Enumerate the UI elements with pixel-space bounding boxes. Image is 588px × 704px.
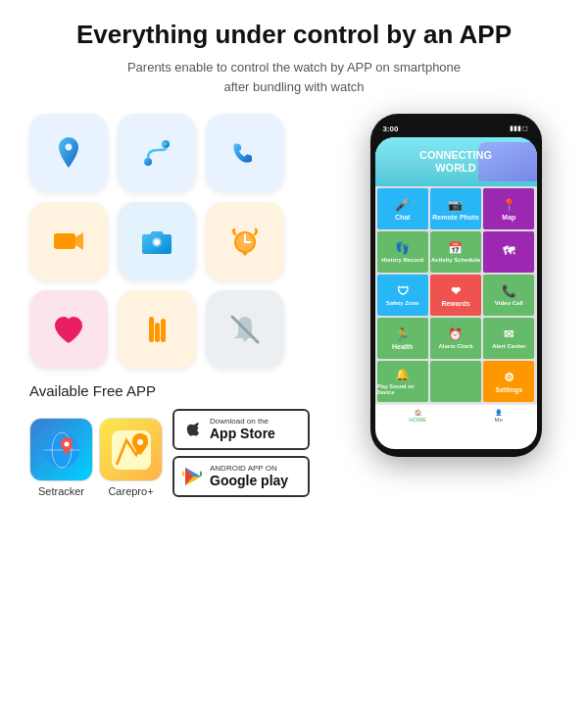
appstore-text: Download on the App Store bbox=[210, 418, 275, 441]
svg-rect-23 bbox=[200, 472, 202, 477]
filter-icon bbox=[136, 309, 177, 350]
app-cell-video-call[interactable]: 📞 Video Call bbox=[483, 275, 534, 316]
carepro-logo-item: Carepro+ bbox=[99, 418, 163, 497]
phone-status: ▮▮▮ ◻ bbox=[510, 125, 529, 132]
svg-point-21 bbox=[137, 439, 143, 445]
playsound-icon: 🔔 bbox=[395, 368, 410, 381]
svg-rect-10 bbox=[149, 317, 154, 342]
app-cell-map2[interactable]: 🗺 bbox=[483, 231, 534, 273]
googleplay-text: ANDROID APP ON Google play bbox=[210, 465, 288, 488]
video-call-label: Video Call bbox=[495, 300, 523, 306]
phone-frame: 3:00 ▮▮▮ ◻ CONNECTINGWORLD 🎤 Chat bbox=[370, 114, 542, 457]
location-icon-cell bbox=[29, 114, 108, 192]
svg-rect-22 bbox=[182, 472, 184, 477]
filter-icon-cell bbox=[118, 290, 196, 369]
app-cell-alarm[interactable]: ⏰ Alarm Clock bbox=[430, 318, 481, 359]
map2-icon: 🗺 bbox=[503, 244, 514, 258]
left-section: Available Free APP bbox=[29, 114, 343, 497]
video-call-icon: 📞 bbox=[502, 284, 516, 298]
phone-screen: CONNECTINGWORLD 🎤 Chat 📷 Remote Photo bbox=[375, 137, 537, 449]
app-cell-safety[interactable]: 🛡 Safety Zone bbox=[377, 275, 428, 316]
nav-me-icon: 👤 bbox=[495, 409, 502, 416]
store-buttons: Download on the App Store bbox=[172, 409, 310, 497]
app-cell-settings[interactable]: ⚙ Settings bbox=[483, 361, 534, 402]
phone-time: 3:00 bbox=[383, 125, 399, 133]
app-cell-map[interactable]: 📍 Map bbox=[483, 188, 534, 229]
activity-icon: 📅 bbox=[448, 241, 463, 255]
googleplay-button[interactable]: ANDROID APP ON Google play bbox=[172, 456, 310, 497]
app-cell-health[interactable]: 🏃 Health bbox=[377, 318, 428, 359]
app-cell-remote-photo[interactable]: 📷 Remote Photo bbox=[430, 188, 481, 229]
svg-point-0 bbox=[144, 158, 152, 166]
page-subtitle: Parents enable to control the watch by A… bbox=[127, 58, 461, 96]
googleplay-label-big: Google play bbox=[210, 474, 288, 488]
main-container: Everything under control by an APP Paren… bbox=[0, 0, 588, 704]
chat-cell-label: Chat bbox=[395, 214, 411, 221]
heart-icon bbox=[48, 309, 89, 350]
no-bell-icon-cell bbox=[206, 290, 284, 369]
nav-me[interactable]: 👤 Me bbox=[494, 409, 502, 423]
appstore-label-big: App Store bbox=[210, 427, 275, 441]
camera-icon bbox=[136, 221, 177, 262]
feature-icon-grid bbox=[29, 114, 343, 369]
content-row: Available Free APP bbox=[29, 114, 559, 497]
app-header: CONNECTINGWORLD bbox=[375, 137, 537, 186]
setracker-globe-icon bbox=[37, 426, 86, 475]
activity-label: Activity Schedule bbox=[431, 257, 480, 263]
appstore-button[interactable]: Download on the App Store bbox=[172, 409, 310, 450]
video-icon bbox=[48, 221, 89, 262]
health-icon: 🏃 bbox=[395, 327, 410, 341]
app-cell-playsound[interactable]: 🔔 Play Sound on Device bbox=[377, 361, 428, 402]
available-label: Available Free APP bbox=[29, 382, 343, 399]
carepro-logo-box[interactable] bbox=[99, 418, 163, 481]
alarm-cell-icon: ⏰ bbox=[448, 327, 463, 341]
app-cell-alert[interactable]: ✉ Alert Center bbox=[483, 318, 534, 359]
app-row: Setracker bbox=[29, 409, 343, 497]
phone-icon-cell bbox=[206, 114, 284, 192]
svg-rect-12 bbox=[161, 319, 166, 342]
route-icon bbox=[136, 132, 177, 174]
map-cell-label: Map bbox=[502, 214, 515, 221]
health-label: Health bbox=[392, 343, 413, 350]
history-icon: 👣 bbox=[395, 241, 410, 255]
available-section: Available Free APP bbox=[29, 382, 343, 497]
alarm-icon bbox=[224, 221, 266, 262]
page-title: Everything under control by an APP bbox=[76, 20, 512, 50]
app-cell-rewards[interactable]: ❤ Rewards bbox=[430, 275, 481, 316]
svg-rect-11 bbox=[155, 323, 160, 342]
camera-icon-cell bbox=[118, 202, 196, 280]
nav-home[interactable]: 🏠 HOME bbox=[409, 409, 426, 423]
settings-label: Settings bbox=[496, 386, 523, 393]
svg-point-5 bbox=[154, 239, 160, 245]
setracker-logo-item: Setracker bbox=[29, 418, 93, 497]
app-cell-chat[interactable]: 🎤 Chat bbox=[377, 188, 428, 229]
setracker-logo bbox=[30, 419, 92, 480]
alert-icon: ✉ bbox=[504, 327, 514, 341]
heart-icon-cell bbox=[29, 290, 108, 369]
app-grid: 🎤 Chat 📷 Remote Photo 📍 Map bbox=[375, 186, 537, 404]
rewards-icon: ❤ bbox=[451, 284, 461, 298]
nav-home-label: HOME bbox=[409, 417, 426, 423]
alert-label: Alert Center bbox=[492, 343, 525, 349]
app-bottom-nav: 🏠 HOME 👤 Me bbox=[375, 404, 537, 426]
map-cell-icon: 📍 bbox=[502, 198, 516, 212]
chat-cell-icon: 🎤 bbox=[395, 198, 410, 212]
carepro-app-name: Carepro+ bbox=[108, 485, 153, 497]
app-cell-activity[interactable]: 📅 Activity Schedule bbox=[430, 231, 481, 273]
carepro-map-icon bbox=[107, 426, 156, 475]
app-logos: Setracker bbox=[29, 418, 163, 497]
svg-marker-3 bbox=[75, 232, 83, 250]
nav-me-label: Me bbox=[494, 417, 502, 423]
route-icon-cell bbox=[118, 114, 196, 192]
app-cell-history[interactable]: 👣 History Record bbox=[377, 231, 428, 273]
app-header-title: CONNECTINGWORLD bbox=[419, 149, 492, 175]
nav-home-icon: 🏠 bbox=[415, 409, 421, 416]
setracker-logo-box[interactable] bbox=[29, 418, 93, 481]
alarm-label: Alarm Clock bbox=[438, 343, 472, 349]
location-icon bbox=[48, 132, 89, 174]
app-cell-empty bbox=[430, 361, 481, 402]
history-label: History Record bbox=[381, 257, 423, 263]
no-bell-icon bbox=[224, 309, 266, 350]
svg-rect-2 bbox=[54, 233, 75, 249]
phone-section: 3:00 ▮▮▮ ◻ CONNECTINGWORLD 🎤 Chat bbox=[353, 114, 559, 497]
